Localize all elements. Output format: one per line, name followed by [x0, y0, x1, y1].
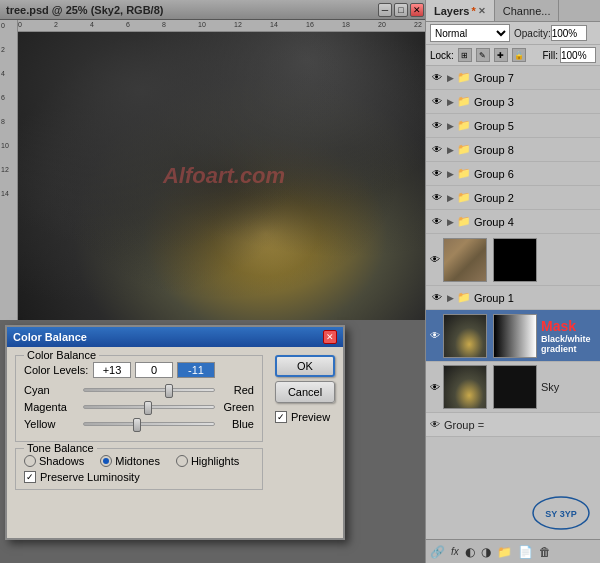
visibility-icon-4[interactable]: 👁	[430, 216, 444, 227]
expand-arrow-5[interactable]: ▶	[447, 121, 457, 131]
layer-cracked-earth[interactable]: 👁	[426, 234, 600, 286]
canvas-titlebar: tree.psd @ 25% (Sky2, RGB/8) ─ □ ✕	[0, 0, 430, 20]
opacity-input[interactable]	[551, 25, 587, 41]
opacity-label: Opacity:	[514, 28, 551, 39]
delete-layer-icon[interactable]: 🗑	[539, 545, 551, 559]
layer-sky[interactable]: 👁 Sky	[426, 362, 600, 413]
group-eq-label: Group =	[444, 419, 484, 431]
green-label: Green	[219, 401, 254, 413]
layer-mask-thumb-earth	[493, 238, 537, 282]
layer-group-4[interactable]: 👁 ▶ 📁 Group 4	[426, 210, 600, 234]
fill-row: Fill:	[542, 47, 596, 63]
fx-icon[interactable]: fx	[451, 546, 459, 557]
lock-position-icon[interactable]: ⊞	[458, 48, 472, 62]
preserve-luminosity-row: ✓ Preserve Luminosity	[24, 471, 254, 483]
expand-arrow-1[interactable]: ▶	[447, 293, 457, 303]
visibility-icon-earth[interactable]: 👁	[430, 254, 440, 265]
fill-input[interactable]	[560, 47, 596, 63]
expand-arrow-2[interactable]: ▶	[447, 193, 457, 203]
midtones-radio[interactable]	[100, 455, 112, 467]
ruler-mark-20: 20	[378, 21, 386, 28]
minimize-button[interactable]: ─	[378, 3, 392, 17]
visibility-icon-3[interactable]: 👁	[430, 96, 444, 107]
preview-checkbox[interactable]: ✓	[275, 411, 287, 423]
tab-layers-close[interactable]: ✕	[478, 6, 486, 16]
sky-layer-label: Sky	[541, 381, 559, 393]
layer-group-8[interactable]: 👁 ▶ 📁 Group 8	[426, 138, 600, 162]
add-layer-mask-icon[interactable]: ◐	[465, 545, 475, 559]
level-input-2[interactable]	[135, 362, 173, 378]
visibility-icon-sky[interactable]: 👁	[430, 382, 440, 393]
color-levels-label: Color Levels:	[24, 364, 89, 376]
tab-channels-label: Channe...	[503, 5, 551, 17]
visibility-icon-1[interactable]: 👁	[430, 292, 444, 303]
color-levels-row: Color Levels:	[24, 362, 254, 378]
app-chrome: 网页学习网 www.WEB7A.com tree.psd @ 25% (Sky2…	[0, 0, 600, 563]
lock-paint-icon[interactable]: ✎	[476, 48, 490, 62]
cyan-red-thumb[interactable]	[165, 384, 173, 398]
folder-icon-1: 📁	[457, 291, 471, 304]
highlights-radio[interactable]	[176, 455, 188, 467]
link-icon[interactable]: 🔗	[430, 545, 445, 559]
visibility-icon-6[interactable]: 👁	[430, 168, 444, 179]
blue-label: Blue	[219, 418, 254, 430]
new-group-icon[interactable]: 📁	[497, 545, 512, 559]
close-button[interactable]: ✕	[410, 3, 424, 17]
lock-move-icon[interactable]: ✚	[494, 48, 508, 62]
ruler-mark-2: 2	[54, 21, 58, 28]
preserve-checkbox[interactable]: ✓	[24, 471, 36, 483]
tab-channels[interactable]: Channe...	[495, 0, 560, 21]
cancel-button[interactable]: Cancel	[275, 381, 335, 403]
layer-group-5[interactable]: 👁 ▶ 📁 Group 5	[426, 114, 600, 138]
magenta-label: Magenta	[24, 401, 79, 413]
level-input-1[interactable]	[93, 362, 131, 378]
yellow-blue-slider[interactable]	[83, 422, 215, 426]
magenta-green-slider[interactable]	[83, 405, 215, 409]
magenta-green-thumb[interactable]	[144, 401, 152, 415]
blend-mode-select[interactable]: Normal	[430, 24, 510, 42]
layers-lock-row: Lock: ⊞ ✎ ✚ 🔒 Fill:	[426, 45, 600, 66]
ruler-vmark-6: 6	[1, 94, 5, 101]
tab-layers-asterisk: *	[471, 5, 475, 17]
level-input-3[interactable]	[177, 362, 215, 378]
ruler-vmark-14: 14	[1, 190, 9, 197]
layer-group-5-label: Group 5	[474, 120, 514, 132]
midtones-option[interactable]: Midtones	[100, 455, 160, 467]
visibility-icon-5[interactable]: 👁	[430, 120, 444, 131]
maximize-button[interactable]: □	[394, 3, 408, 17]
expand-arrow-4[interactable]: ▶	[447, 217, 457, 227]
layer-group-1[interactable]: 👁 ▶ 📁 Group 1	[426, 286, 600, 310]
lock-all-icon[interactable]: 🔒	[512, 48, 526, 62]
shadows-radio[interactable]	[24, 455, 36, 467]
visibility-icon-7[interactable]: 👁	[430, 72, 444, 83]
layer-group-7[interactable]: 👁 ▶ 📁 Group 7	[426, 66, 600, 90]
expand-arrow-6[interactable]: ▶	[447, 169, 457, 179]
folder-icon-8: 📁	[457, 143, 471, 156]
visibility-icon-8[interactable]: 👁	[430, 144, 444, 155]
ruler-left: 0 2 4 6 8 10 12 14	[0, 20, 18, 320]
yellow-blue-thumb[interactable]	[133, 418, 141, 432]
ok-button[interactable]: OK	[275, 355, 335, 377]
shadows-option[interactable]: Shadows	[24, 455, 84, 467]
highlights-option[interactable]: Highlights	[176, 455, 239, 467]
layer-group-2[interactable]: 👁 ▶ 📁 Group 2	[426, 186, 600, 210]
tab-layers[interactable]: Layers * ✕	[426, 0, 495, 21]
visibility-icon-mask[interactable]: 👁	[430, 330, 440, 341]
folder-icon-2: 📁	[457, 191, 471, 204]
layer-group-1-label: Group 1	[474, 292, 514, 304]
expand-arrow-7[interactable]: ▶	[447, 73, 457, 83]
new-fill-layer-icon[interactable]: ◑	[481, 545, 491, 559]
cyan-red-slider[interactable]	[83, 388, 215, 392]
red-label: Red	[219, 384, 254, 396]
layer-group-3[interactable]: 👁 ▶ 📁 Group 3	[426, 90, 600, 114]
visibility-icon-2[interactable]: 👁	[430, 192, 444, 203]
expand-arrow-3[interactable]: ▶	[447, 97, 457, 107]
layer-mask-gradient[interactable]: 👁 Mask Black/white gradient	[426, 310, 600, 362]
folder-icon-7: 📁	[457, 71, 471, 84]
visibility-icon-eq[interactable]: 👁	[430, 419, 440, 430]
color-balance-close-button[interactable]: ✕	[323, 330, 337, 344]
new-layer-icon[interactable]: 📄	[518, 545, 533, 559]
panel-watermark: SY 3YP	[526, 493, 596, 535]
expand-arrow-8[interactable]: ▶	[447, 145, 457, 155]
layer-group-6[interactable]: 👁 ▶ 📁 Group 6	[426, 162, 600, 186]
